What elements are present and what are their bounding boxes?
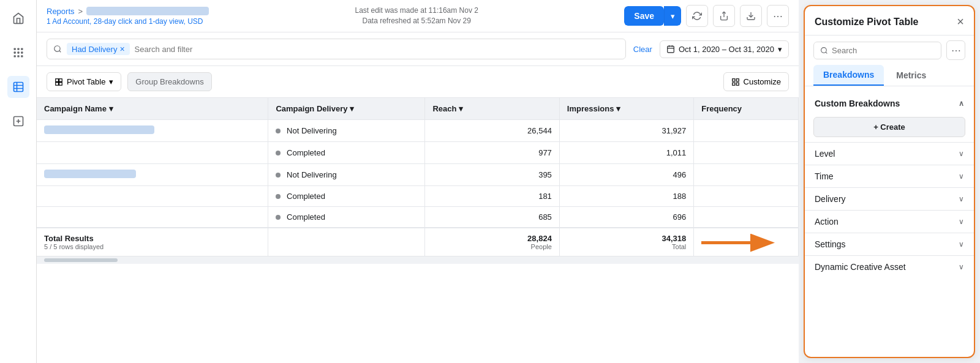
create-button[interactable]: + Create: [813, 117, 965, 137]
svg-rect-18: [56, 78, 59, 81]
time-label: Time: [815, 171, 834, 181]
delivery-dot: [276, 129, 281, 133]
delivery-dot: [276, 215, 281, 220]
pivot-chevron: ▾: [109, 77, 113, 86]
customize-button[interactable]: Customize: [723, 72, 789, 91]
horizontal-scrollbar[interactable]: [37, 256, 799, 264]
sidebar-home-icon[interactable]: [7, 7, 29, 29]
date-picker[interactable]: Oct 1, 2020 – Oct 31, 2020 ▾: [660, 40, 789, 58]
delivery-dot: [276, 151, 281, 155]
svg-rect-8: [21, 55, 23, 57]
total-frequency-cell: [694, 228, 799, 256]
total-label-cell: Total Results 5 / 5 rows displayed: [37, 228, 268, 256]
campaign-delivery-cell-1: Not Delivering: [268, 120, 425, 142]
pivot-table-button[interactable]: Pivot Table ▾: [47, 72, 121, 91]
left-sidebar: [0, 0, 37, 363]
filter-tag-close[interactable]: ×: [119, 44, 124, 54]
filter-tag: Had Delivery ×: [67, 43, 130, 55]
tab-metrics[interactable]: Metrics: [886, 65, 936, 86]
svg-rect-6: [13, 55, 15, 57]
col-header-frequency[interactable]: Frequency: [694, 98, 799, 120]
panel-close-button[interactable]: ×: [957, 15, 964, 29]
chevron-down-icon-delivery: ∨: [959, 195, 964, 203]
panel-header: Customize Pivot Table ×: [805, 6, 974, 36]
col-header-campaign-delivery[interactable]: Campaign Delivery ▾: [268, 98, 425, 120]
download-button[interactable]: [740, 5, 762, 27]
campaign-name-cell-3: [37, 164, 268, 186]
chevron-down-icon-settings: ∨: [959, 240, 964, 249]
panel-item-action[interactable]: Action ∨: [805, 210, 974, 233]
table-row: Not Delivering 395 496: [37, 164, 799, 186]
chevron-down-icon-action: ∨: [959, 217, 964, 226]
panel-item-dynamic-creative[interactable]: Dynamic Creative Asset ∨: [805, 255, 974, 278]
more-options-button[interactable]: ⋯: [767, 5, 789, 27]
panel-search-box[interactable]: [813, 42, 941, 59]
filter-tag-label: Had Delivery: [72, 45, 117, 54]
reach-cell-1: 26,544: [425, 120, 559, 142]
campaign-name-cell-1: [37, 120, 268, 142]
share-button[interactable]: [713, 5, 735, 27]
col-header-reach[interactable]: Reach ▾: [425, 98, 559, 120]
col-sort-icon-3: ▾: [459, 104, 463, 113]
col-sort-icon-2: ▾: [350, 104, 354, 113]
chevron-down-icon-dynamic: ∨: [959, 263, 964, 271]
search-box[interactable]: Had Delivery ×: [47, 39, 626, 59]
impressions-cell-1: 31,927: [559, 120, 693, 142]
campaign-name-cell-4: [37, 186, 268, 207]
search-icon: [53, 45, 62, 53]
date-range-label: Oct 1, 2020 – Oct 31, 2020: [679, 45, 774, 54]
save-dropdown-button[interactable]: ▾: [664, 6, 681, 26]
delivery-dot: [276, 173, 281, 178]
refresh-button[interactable]: [686, 5, 708, 27]
table-container: Campaign Name ▾ Campaign Delivery ▾: [37, 98, 799, 363]
svg-point-27: [821, 47, 827, 53]
main-content: Reports > 1 Ad Account, 28-day click and…: [37, 0, 799, 363]
svg-rect-4: [17, 51, 19, 53]
sidebar-report-icon[interactable]: [7, 76, 29, 98]
level-label: Level: [815, 149, 835, 159]
panel-item-settings[interactable]: Settings ∨: [805, 233, 974, 255]
chevron-down-icon-time: ∨: [959, 172, 964, 181]
col-header-impressions[interactable]: Impressions ▾: [559, 98, 693, 120]
sidebar-grid-icon[interactable]: [7, 42, 29, 64]
table-row: Completed 977 1,011: [37, 142, 799, 164]
svg-point-13: [55, 46, 60, 51]
svg-rect-23: [736, 78, 739, 81]
pivot-icon: [55, 78, 63, 86]
panel-search-input[interactable]: [832, 46, 935, 55]
search-input[interactable]: [135, 45, 619, 54]
clear-button[interactable]: Clear: [633, 45, 652, 54]
panel-item-time[interactable]: Time ∨: [805, 165, 974, 187]
customize-label: Customize: [744, 77, 781, 86]
sub-info: 1 Ad Account, 28-day click and 1-day vie…: [47, 17, 209, 26]
table-row: Completed 181 188: [37, 186, 799, 207]
panel-item-delivery[interactable]: Delivery ∨: [805, 187, 974, 210]
svg-rect-19: [59, 78, 62, 81]
custom-breakdowns-section[interactable]: Custom Breakdowns ∧: [805, 92, 974, 114]
panel-menu-button[interactable]: ⋯: [946, 40, 965, 60]
impressions-cell-5: 696: [559, 207, 693, 228]
campaign-delivery-cell-2: Completed: [268, 142, 425, 164]
group-breakdowns-button[interactable]: Group Breakdowns: [127, 72, 211, 91]
calendar-icon: [666, 45, 675, 53]
svg-rect-3: [13, 51, 15, 53]
svg-rect-5: [21, 51, 23, 53]
settings-label: Settings: [815, 239, 846, 249]
sidebar-create-icon[interactable]: [7, 110, 29, 132]
panel-item-level[interactable]: Level ∨: [805, 142, 974, 165]
frequency-cell-2: [694, 142, 799, 164]
col-sort-icon: ▾: [109, 104, 113, 113]
customize-icon: [731, 78, 740, 86]
top-bar: Reports > 1 Ad Account, 28-day click and…: [37, 0, 799, 32]
tab-breakdowns[interactable]: Breakdowns: [813, 65, 884, 86]
date-picker-chevron: ▾: [778, 45, 782, 54]
reach-cell-4: 181: [425, 186, 559, 207]
frequency-cell-4: [694, 186, 799, 207]
col-sort-icon-4: ▾: [616, 104, 620, 113]
panel-title: Customize Pivot Table: [815, 17, 919, 28]
table-header-row: Campaign Name ▾ Campaign Delivery ▾: [37, 98, 799, 120]
total-impressions-cell: 34,318 Total: [559, 228, 693, 256]
col-header-campaign-name[interactable]: Campaign Name ▾: [37, 98, 268, 120]
breadcrumb-reports[interactable]: Reports: [47, 7, 75, 16]
save-button[interactable]: Save: [624, 6, 664, 26]
